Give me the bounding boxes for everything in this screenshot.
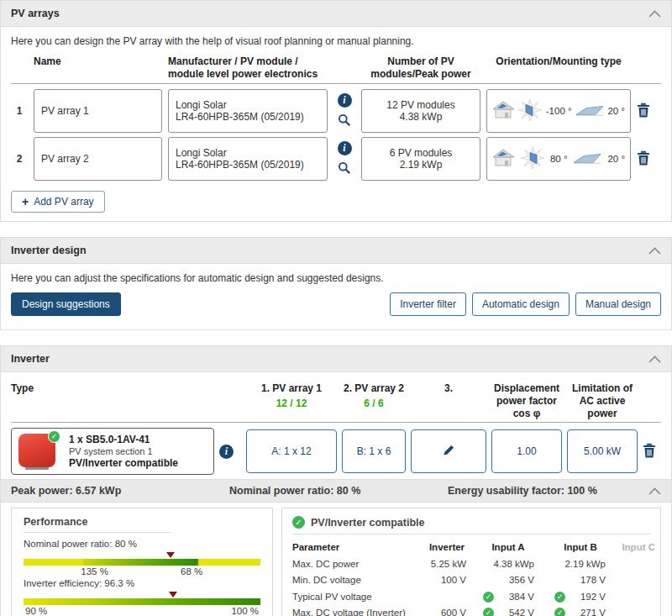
automatic-design-button[interactable]: Automatic design: [472, 292, 570, 316]
info-icon[interactable]: i: [219, 445, 234, 459]
column-header-modules: Number of PV modules/Peak power: [361, 55, 480, 81]
inverter-design-title: Inverter design: [11, 245, 87, 256]
column-header-manufacturer: Manufacturer / PV module / module level …: [168, 55, 328, 81]
energy-usability-factor: Energy usability factor: 100 %: [448, 485, 648, 497]
nominal-power-ratio: Nominal power ratio: 80 %: [229, 485, 448, 497]
azimuth-compass-icon: [518, 99, 542, 124]
inverter-summary-bar[interactable]: Peak power: 6.57 kWp Nominal power ratio…: [1, 479, 671, 503]
inverter-model: 1 x SB5.0-1AV-41: [69, 434, 178, 445]
row-number: 2: [11, 153, 28, 165]
search-icon[interactable]: [338, 161, 351, 177]
pv-array-name-input[interactable]: PV array 2: [34, 137, 162, 181]
edit-config-box[interactable]: [411, 429, 486, 473]
pv-module-select[interactable]: Longi Solar LR4-60HPB-365M (05/2019): [168, 89, 328, 133]
inverter-title: Inverter: [11, 353, 50, 365]
compatibility-box: PV/Inverter compatible Parameter Inverte…: [281, 508, 661, 616]
chevron-up-icon[interactable]: [648, 10, 661, 18]
input-c-disabled: Input C: [620, 540, 655, 556]
header-divider: [11, 422, 661, 423]
row-number: 1: [11, 105, 28, 117]
column-header-pv-array-2: 2. PV array 2: [342, 382, 406, 395]
delete-icon[interactable]: [637, 150, 655, 168]
compat-row-max-dc-power: Max. DC power 5.25 kW 4.38 kWp 2.19 kWp: [292, 556, 650, 573]
design-suggestions-button[interactable]: Design suggestions: [11, 292, 121, 316]
inverter-filter-button[interactable]: Inverter filter: [390, 292, 466, 316]
ac-limit-box[interactable]: 5.00 kW: [567, 429, 638, 473]
roof-house-icon: [492, 100, 515, 123]
compatibility-status: PV/Inverter compatible: [69, 457, 178, 469]
pv-array-row-2: 2 PV array 2 Longi Solar LR4-60HPB-365M …: [1, 137, 671, 181]
array2-module-count: 6 / 6: [342, 398, 406, 409]
peak-power: Peak power: 6.57 kWp: [11, 485, 229, 497]
compat-row-min-dc-voltage: Min. DC voltage 100 V 356 V 178 V: [292, 572, 650, 589]
pv-module-select[interactable]: Longi Solar LR4-60HPB-365M (05/2019): [168, 137, 328, 181]
inverter-panel: Inverter Type 1. PV array 1 12 / 12 2. P…: [0, 345, 672, 616]
input-a-config-box[interactable]: A: 1 x 12: [246, 429, 337, 473]
performance-box: Performance Nominal power ratio: 80 % 13…: [11, 508, 273, 616]
azimuth-value: -100 °: [546, 106, 572, 116]
compatible-check-icon: [48, 430, 60, 443]
compat-row-max-dc-voltage: Max. DC voltage (Inverter) 600 V 542 V 2…: [292, 605, 650, 616]
nominal-power-ratio-bar: [24, 559, 260, 566]
manual-design-button[interactable]: Manual design: [575, 292, 661, 316]
plus-icon: +: [22, 197, 29, 206]
eff-tick-90: 90 %: [25, 606, 47, 616]
pencil-icon: [443, 444, 455, 459]
check-icon: [483, 608, 494, 616]
chevron-up-icon[interactable]: [648, 487, 661, 495]
orientation-box[interactable]: 80 ° 20 °: [486, 137, 631, 181]
inverter-type-box[interactable]: 1 x SB5.0-1AV-41 PV system section 1 PV/…: [11, 428, 214, 475]
efficiency-bar-label: Inverter efficiency: 96.3 %: [24, 578, 260, 588]
pv-arrays-panel: PV arrays Here you can design the PV arr…: [0, 0, 672, 222]
add-pv-array-button[interactable]: + Add PV array: [11, 191, 105, 213]
chevron-up-icon[interactable]: [648, 355, 661, 363]
delete-icon[interactable]: [643, 443, 661, 461]
check-icon: [554, 592, 565, 603]
tilt-value: 20 °: [607, 154, 625, 164]
roof-house-icon: [492, 148, 515, 171]
modules-count-box[interactable]: 6 PV modules 2.19 kWp: [361, 137, 480, 181]
bar-marker: [166, 552, 175, 558]
column-header-pv-array-1: 1. PV array 1: [246, 382, 337, 395]
eff-tick-100: 100 %: [231, 606, 259, 616]
azimuth-compass-icon: [521, 147, 544, 171]
column-header-3: 3.: [411, 382, 486, 395]
column-header-ac-limit: Limitation of AC active power: [567, 382, 638, 420]
header-divider: [11, 83, 661, 84]
column-header-name: Name: [34, 55, 162, 68]
inverter-efficiency-bar: [24, 598, 260, 605]
pv-system-section: PV system section 1: [69, 446, 178, 456]
modules-count-box[interactable]: 12 PV modules 4.38 kWp: [361, 89, 480, 133]
tilt-panel-icon: [573, 152, 601, 166]
pv-arrays-description: Here you can design the PV array with th…: [1, 34, 671, 52]
check-icon: [554, 608, 565, 616]
delete-icon[interactable]: [637, 103, 655, 120]
npr-tick-68: 68 %: [181, 566, 202, 577]
inverter-design-panel-header[interactable]: Inverter design: [1, 238, 671, 264]
inverter-panel-header[interactable]: Inverter: [1, 346, 671, 372]
search-icon[interactable]: [338, 113, 351, 129]
array1-module-count: 12 / 12: [246, 398, 337, 409]
npr-bar-label: Nominal power ratio: 80 %: [24, 539, 260, 549]
compatibility-title: PV/Inverter compatible: [311, 517, 424, 529]
pv-array-row-1: 1 PV array 1 Longi Solar LR4-60HPB-365M …: [1, 89, 671, 133]
pv-arrays-panel-header[interactable]: PV arrays: [1, 1, 671, 27]
inverter-row: 1 x SB5.0-1AV-41 PV system section 1 PV/…: [1, 428, 671, 475]
cos-phi-box[interactable]: 1.00: [491, 429, 562, 473]
check-icon: [292, 516, 305, 529]
performance-title: Performance: [24, 516, 260, 528]
tilt-value: 20 °: [607, 106, 625, 116]
inverter-design-description: Here you can adjust the specifications f…: [1, 271, 671, 289]
check-icon: [483, 592, 494, 603]
pv-array-name-input[interactable]: PV array 1: [34, 89, 162, 133]
input-b-config-box[interactable]: B: 1 x 6: [342, 429, 406, 473]
column-header-type: Type: [11, 382, 214, 395]
pv-arrays-title: PV arrays: [11, 8, 60, 19]
info-icon[interactable]: i: [338, 93, 352, 108]
chevron-up-icon[interactable]: [648, 247, 661, 255]
orientation-box[interactable]: -100 ° 20 °: [486, 89, 631, 133]
bar-marker: [169, 592, 177, 598]
tilt-panel-icon: [575, 104, 604, 118]
info-icon[interactable]: i: [338, 141, 352, 155]
compat-row-typical-pv-voltage: Typical PV voltage 384 V 192 V: [292, 589, 650, 606]
